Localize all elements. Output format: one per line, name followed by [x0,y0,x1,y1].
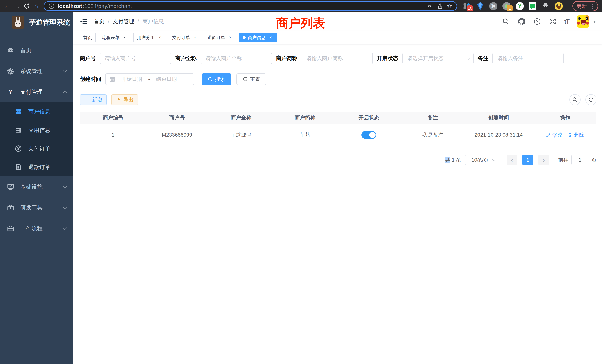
tab-user-group[interactable]: 用户分组 × [133,33,166,43]
close-icon[interactable]: × [157,35,162,40]
full-name-input[interactable] [201,53,272,64]
sidebar-item-devtools[interactable]: 研发工具 [0,197,73,218]
sidebar-item-app-info[interactable]: 应用信息 [0,121,73,139]
browser-reload-button[interactable] [22,1,32,11]
sidebar-collapse-icon[interactable] [80,18,87,25]
breadcrumb-current: 商户信息 [142,18,164,25]
page-content: 商户号 商户全称 商户简称 开启状态 [73,44,602,364]
browser-update-button[interactable]: 更新 ⋮ [572,1,598,11]
prev-page-button[interactable]: ‹ [506,155,517,165]
toolbox-icon [6,225,15,232]
close-icon[interactable]: × [192,35,198,40]
filter-row-2: 创建时间 - 搜索 重置 [80,73,596,85]
dashboard-icon [6,47,15,54]
avatar-caret-icon[interactable]: ▾ [593,19,596,24]
yen-icon: ¥ [6,88,15,96]
next-page-button[interactable]: › [538,155,549,165]
extension-cmd-icon[interactable]: ⌘ [489,2,497,10]
tab-merchant-info[interactable]: 商户信息 × [239,33,277,43]
cell-merchant-id: 1 [80,132,146,138]
extension-diamond-icon[interactable]: 10 [463,2,471,10]
status-select-input[interactable] [402,53,473,64]
sidebar-item-workflow[interactable]: 工作流程 [0,218,73,239]
close-icon[interactable]: × [122,35,127,40]
delete-link[interactable]: 删除 [568,131,584,139]
sidebar: 芋道管理系统 首页 系统管理 ¥ 支付管 [0,12,73,364]
edit-link[interactable]: 修改 [546,131,562,139]
column-header: 商户全称 [208,114,274,121]
sidebar-item-label: 首页 [20,47,32,54]
date-range-picker[interactable]: - [105,73,194,85]
merchant-table: 商户编号 商户号 商户全称 商户简称 开启状态 备注 创建时间 操作 1 M23… [80,112,596,146]
status-select[interactable] [402,53,473,64]
sidebar-menu: 首页 系统管理 ¥ 支付管理 [0,40,73,239]
chevron-down-icon [63,184,67,189]
refresh-table-button[interactable] [585,94,596,105]
browser-menu-dots-icon[interactable]: ⋮ [590,3,596,10]
search-icon[interactable] [502,18,509,25]
sidebar-item-refund-order[interactable]: 退款订单 [0,158,73,176]
help-icon[interactable] [533,18,541,25]
page-unit-label: 页 [591,157,596,163]
sidebar-item-label: 研发工具 [20,204,43,212]
tab-home[interactable]: 首页 [80,33,96,43]
reset-button[interactable]: 重置 [236,73,266,85]
logo-row[interactable]: 芋道管理系统 [0,12,73,32]
browser-back-button[interactable]: ← [3,1,12,11]
current-page-button[interactable]: 1 [523,155,533,165]
sidebar-item-merchant-info[interactable]: 商户信息 [0,102,73,121]
extension-pin-icon[interactable] [476,2,484,10]
sidebar-item-infra[interactable]: 基础设施 [0,176,73,197]
remark-input[interactable] [493,53,564,64]
font-size-icon[interactable]: tT [564,18,569,25]
tab-process-form[interactable]: 流程表单 × [98,33,131,43]
merchant-no-input[interactable] [100,53,171,64]
tab-pay-order[interactable]: 支付订单 × [169,33,201,43]
browser-home-button[interactable]: ⌂ [32,1,41,11]
toggle-search-button[interactable] [569,94,580,105]
close-icon[interactable]: × [268,35,273,40]
share-icon[interactable] [437,3,443,10]
extension-notifier-icon[interactable]: 1 [502,2,511,10]
page-size-select[interactable]: 10条/页 [465,155,501,165]
tab-refund-order[interactable]: 退款订单 × [204,33,236,43]
url-bar[interactable]: localhost :1024/pay/merchant ☆ [44,1,457,11]
extension-chat-icon[interactable] [529,2,536,10]
date-separator: - [148,76,150,82]
sidebar-item-home[interactable]: 首页 [0,40,73,61]
search-button[interactable]: 搜索 [202,73,231,85]
close-icon[interactable]: × [227,35,233,40]
status-toggle[interactable] [361,131,376,139]
filter-remark: 备注 [478,53,564,64]
search-icon [208,76,213,82]
user-avatar[interactable] [577,15,589,28]
extensions-puzzle-icon[interactable] [541,2,550,10]
filter-merchant-no: 商户号 [80,53,171,64]
coin-yen-icon [14,145,23,152]
filter-status: 开启状态 [377,53,473,64]
sidebar-item-pay[interactable]: ¥ 支付管理 [0,82,73,102]
column-header: 商户简称 [274,114,335,121]
github-icon[interactable] [517,17,526,26]
goto-page-input[interactable] [571,155,589,165]
app-title: 芋道管理系统 [29,18,70,27]
breadcrumb-home[interactable]: 首页 [94,18,105,25]
end-date-input[interactable] [152,76,181,82]
export-button[interactable]: 导出 [111,94,138,105]
profile-avatar[interactable] [555,2,563,10]
start-date-input[interactable] [117,76,146,82]
browser-toolbar: ← → ⌂ localhost :1024/pay/merchant ☆ 10 … [0,0,602,12]
browser-forward-button[interactable]: → [12,1,22,11]
breadcrumb-section[interactable]: 支付管理 [113,18,134,25]
add-button[interactable]: ＋ 新增 [80,94,107,105]
fullscreen-icon[interactable] [549,18,557,25]
bookmark-star-icon[interactable]: ☆ [447,3,452,10]
short-name-input[interactable] [301,53,373,64]
column-header: 开启状态 [335,114,402,121]
password-key-icon[interactable] [427,3,434,10]
chevron-down-icon [63,226,67,230]
main-area: 商户列表 首页 / 支付管理 / 商户信息 tT [73,12,602,364]
sidebar-item-pay-order[interactable]: 支付订单 [0,139,73,158]
extension-y-icon[interactable]: Y [516,2,524,10]
sidebar-item-system[interactable]: 系统管理 [0,61,73,82]
